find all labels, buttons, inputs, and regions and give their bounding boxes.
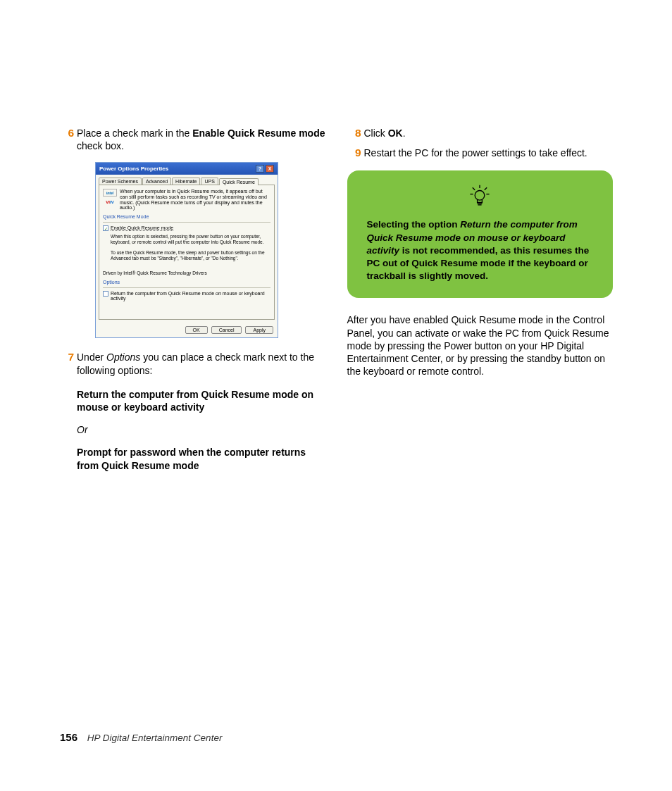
apply-button[interactable]: Apply <box>245 326 273 334</box>
step-7: 7 Under Options you can place a check ma… <box>60 351 326 376</box>
step-number: 9 <box>347 147 361 159</box>
step-number: 6 <box>60 127 74 152</box>
tab-hibernate[interactable]: Hibernate <box>172 177 200 185</box>
return-on-activity-checkbox[interactable] <box>103 291 108 297</box>
option-or: Or <box>77 423 326 436</box>
dialog-note-1: When this option is selected, pressing t… <box>111 234 270 244</box>
group-label-options: Options <box>103 280 270 285</box>
ok-button[interactable]: OK <box>185 326 208 334</box>
page-footer: 156 HP Digital Entertainment Center <box>60 731 222 743</box>
help-icon[interactable]: ? <box>256 165 264 173</box>
page-number: 156 <box>60 731 77 743</box>
step-8: 8 Click OK. <box>347 127 614 139</box>
group-label-quick-resume: Quick Resume Mode <box>103 214 270 219</box>
step-number: 8 <box>347 127 361 139</box>
tip-box: Selecting the option Return the computer… <box>347 170 614 298</box>
dialog-tabs: Power Schemes Advanced Hibernate UPS Qui… <box>96 175 278 185</box>
dialog-description: When your computer is in Quick Resume mo… <box>120 189 270 211</box>
tab-advanced[interactable]: Advanced <box>142 177 171 185</box>
step-text: Place a check mark in the Enable Quick R… <box>77 127 326 152</box>
step-text: Click OK. <box>364 127 614 139</box>
step-number: 7 <box>60 351 74 376</box>
lightbulb-icon <box>468 185 492 208</box>
step-9: 9 Restart the PC for the power settings … <box>347 147 614 159</box>
dialog-screenshot: Power Options Properties ? X Power Schem… <box>95 162 278 338</box>
step-text: Restart the PC for the power settings to… <box>364 147 614 159</box>
intel-logo-icon: intel <box>103 189 117 197</box>
after-tip-text: After you have enabled Quick Resume mode… <box>347 313 614 378</box>
svg-point-5 <box>475 191 485 201</box>
option-1: Return the computer from Quick Resume mo… <box>77 388 326 413</box>
dialog-titlebar: Power Options Properties ? X <box>96 163 278 175</box>
tab-ups[interactable]: UPS <box>201 177 218 185</box>
svg-line-1 <box>473 188 475 190</box>
footer-title: HP Digital Entertainment Center <box>87 733 223 743</box>
dialog-note-2: To use the Quick Resume mode, the sleep … <box>111 250 270 261</box>
svg-line-2 <box>485 188 487 190</box>
cancel-button[interactable]: Cancel <box>211 326 242 334</box>
enable-quick-resume-checkbox[interactable] <box>103 225 108 231</box>
tab-power-schemes[interactable]: Power Schemes <box>99 177 142 185</box>
step-text: Under Options you can place a check mark… <box>77 351 326 376</box>
return-on-activity-label: Return the computer from Quick Resume mo… <box>111 291 270 301</box>
dialog-driven: Driven by Intel® Quick Resume Technology… <box>103 270 270 275</box>
tip-text: Selecting the option Return the computer… <box>367 218 594 282</box>
viiv-logo-icon: VIIV <box>103 199 117 205</box>
enable-quick-resume-label: Enable Quick Resume mode <box>111 225 173 231</box>
step-6: 6 Place a check mark in the Enable Quick… <box>60 127 326 152</box>
tab-quick-resume[interactable]: Quick Resume <box>219 178 259 185</box>
close-icon[interactable]: X <box>266 165 274 173</box>
option-2: Prompt for password when the computer re… <box>77 446 326 471</box>
dialog-title-text: Power Options Properties <box>99 166 168 172</box>
